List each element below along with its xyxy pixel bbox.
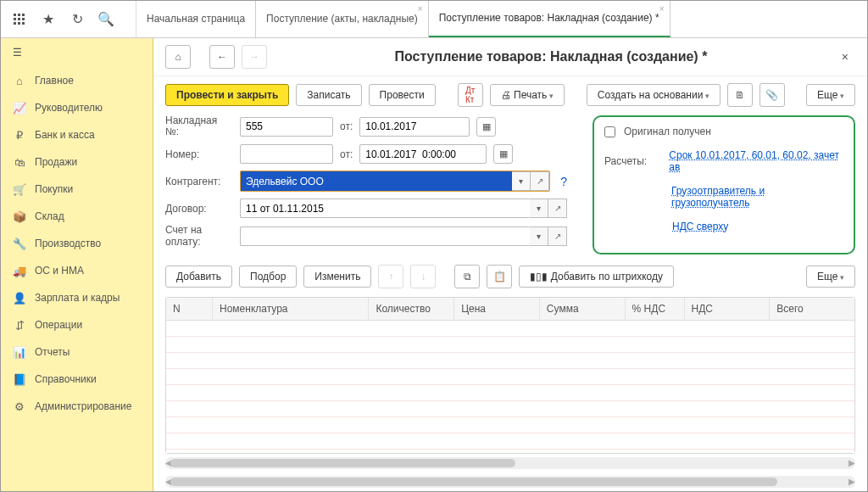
menu-icon[interactable]: ☰ [1, 38, 153, 67]
paste-icon[interactable]: 📋 [487, 265, 512, 288]
page-scrollbar[interactable]: ◀ ▶ [165, 476, 855, 488]
sidebar-item-5[interactable]: 📦Склад [1, 203, 153, 230]
sidebar-item-6[interactable]: 🔧Производство [1, 230, 153, 257]
sidebar-item-label: ОС и НМА [35, 265, 84, 277]
col-name[interactable]: Номенклатура [213, 298, 369, 320]
sidebar-item-label: Покупки [35, 183, 73, 195]
production-icon: 🔧 [13, 237, 26, 250]
invoice-no-label: Накладная №: [165, 115, 233, 137]
scroll-thumb[interactable] [170, 459, 515, 467]
table-more-button[interactable]: Еще [806, 266, 855, 288]
dropdown-icon[interactable]: ▾ [530, 226, 548, 246]
col-vat-pct[interactable]: % НДС [626, 298, 685, 320]
calendar-icon[interactable]: ▦ [493, 144, 513, 164]
open-icon[interactable]: ↗ [548, 226, 567, 246]
sidebar-item-11[interactable]: 📘Справочники [1, 366, 153, 393]
payment-account-label: Счет на оплату: [165, 225, 233, 247]
tab-home[interactable]: Начальная страница [136, 1, 256, 37]
add-by-barcode-button[interactable]: ▮▯▮ Добавить по штрихкоду [519, 266, 674, 288]
invoice-no-input[interactable] [240, 117, 333, 137]
col-vat[interactable]: НДС [685, 298, 771, 320]
post-and-close-button[interactable]: Провести и закрыть [165, 84, 289, 106]
sidebar-item-3[interactable]: 🛍Продажи [1, 148, 153, 176]
sidebar-item-4[interactable]: 🛒Покупки [1, 176, 153, 203]
scroll-thumb[interactable] [170, 478, 777, 486]
grid-scrollbar[interactable]: ◀ ▶ [165, 457, 855, 469]
counterparty-field: ▾ ↗ [240, 171, 550, 192]
help-icon[interactable]: ? [557, 175, 567, 188]
tab-invoice-create[interactable]: Поступление товаров: Накладная (создание… [429, 1, 670, 37]
back-button[interactable]: ← [209, 45, 235, 69]
sidebar-item-12[interactable]: ⚙Администрирование [1, 393, 153, 420]
number-label: Номер: [165, 148, 233, 160]
sidebar-item-9[interactable]: ⇵Операции [1, 311, 153, 338]
sidebar-item-0[interactable]: ⌂Главное [1, 67, 153, 94]
create-based-button[interactable]: Создать на основании [587, 84, 721, 106]
calendar-icon[interactable]: ▦ [476, 117, 496, 137]
dropdown-icon[interactable]: ▾ [530, 198, 548, 218]
svg-rect-5 [22, 18, 25, 20]
debit-credit-icon[interactable]: ДтКт [458, 83, 483, 107]
save-button[interactable]: Записать [296, 84, 361, 106]
scroll-right-icon[interactable]: ▶ [849, 477, 855, 486]
calculations-link[interactable]: Срок 10.01.2017, 60.01, 60.02, зачет ав [669, 149, 843, 173]
sidebar-item-1[interactable]: 📈Руководителю [1, 94, 153, 121]
home-button[interactable]: ⌂ [165, 45, 191, 69]
col-n[interactable]: N [166, 298, 213, 320]
col-qty[interactable]: Количество [369, 298, 454, 320]
svg-rect-6 [14, 22, 16, 25]
counterparty-input[interactable] [241, 171, 512, 191]
forward-button: → [242, 45, 267, 69]
report-icon[interactable]: 🗎 [727, 83, 753, 107]
sidebar-item-7[interactable]: 🚚ОС и НМА [1, 257, 153, 284]
sidebar-item-8[interactable]: 👤Зарплата и кадры [1, 284, 153, 311]
apps-icon[interactable] [11, 11, 28, 28]
number-date-input[interactable] [359, 144, 487, 164]
reports-icon: 📊 [13, 345, 26, 359]
post-button[interactable]: Провести [369, 84, 436, 106]
vat-link[interactable]: НДС сверху [672, 221, 728, 232]
tab-receipts[interactable]: Поступление (акты, накладные) × [256, 1, 429, 37]
select-rows-button[interactable]: Подбор [239, 266, 297, 288]
attachment-icon[interactable]: 📎 [760, 83, 785, 107]
close-page-button[interactable]: × [835, 47, 855, 67]
close-icon[interactable]: × [418, 4, 423, 14]
history-icon[interactable]: ↻ [69, 11, 86, 28]
sidebar-item-10[interactable]: 📊Отчеты [1, 338, 153, 366]
open-icon[interactable]: ↗ [548, 198, 567, 218]
star-icon[interactable]: ★ [40, 11, 57, 28]
form-right-panel: Оригинал получен Расчеты: Срок 10.01.201… [593, 115, 855, 254]
close-icon[interactable]: × [659, 4, 665, 14]
more-button[interactable]: Еще [806, 84, 855, 106]
sidebar-item-label: Продажи [35, 156, 77, 168]
col-total[interactable]: Всего [770, 298, 854, 320]
payment-account-input[interactable] [240, 226, 530, 246]
open-icon[interactable]: ↗ [531, 171, 549, 191]
sidebar-item-label: Производство [35, 238, 101, 249]
invoice-date-input[interactable] [359, 117, 470, 137]
number-input[interactable] [240, 144, 333, 164]
scroll-right-icon[interactable]: ▶ [849, 458, 855, 467]
add-row-button[interactable]: Добавить [165, 266, 232, 288]
print-button[interactable]: 🖨 Печать [490, 84, 565, 106]
svg-rect-4 [18, 18, 20, 20]
sidebar-item-2[interactable]: ₽Банк и касса [1, 121, 153, 148]
content: ⌂ ← → Поступление товаров: Накладная (со… [153, 38, 867, 491]
settings-icon: ⚙ [13, 400, 26, 413]
dropdown-icon[interactable]: ▾ [512, 171, 531, 191]
grid-body[interactable] [166, 321, 854, 453]
edit-row-button[interactable]: Изменить [303, 266, 371, 288]
col-price[interactable]: Цена [454, 298, 540, 320]
search-icon[interactable]: 🔍 [97, 11, 114, 28]
original-received-checkbox[interactable] [604, 126, 615, 137]
money-icon: ₽ [13, 128, 26, 142]
move-down-icon: ↓ [410, 265, 436, 288]
table-toolbar: Добавить Подбор Изменить ↑ ↓ ⧉ 📋 ▮▯▮ Доб… [153, 261, 867, 292]
contract-input[interactable] [240, 198, 530, 218]
shipper-consignee-link[interactable]: Грузоотправитель и грузополучатель [671, 185, 843, 209]
barcode-icon: ▮▯▮ [530, 271, 550, 282]
col-sum[interactable]: Сумма [540, 298, 626, 320]
home-icon: ⌂ [13, 74, 26, 87]
svg-rect-3 [14, 18, 16, 20]
copy-icon[interactable]: ⧉ [454, 265, 480, 288]
